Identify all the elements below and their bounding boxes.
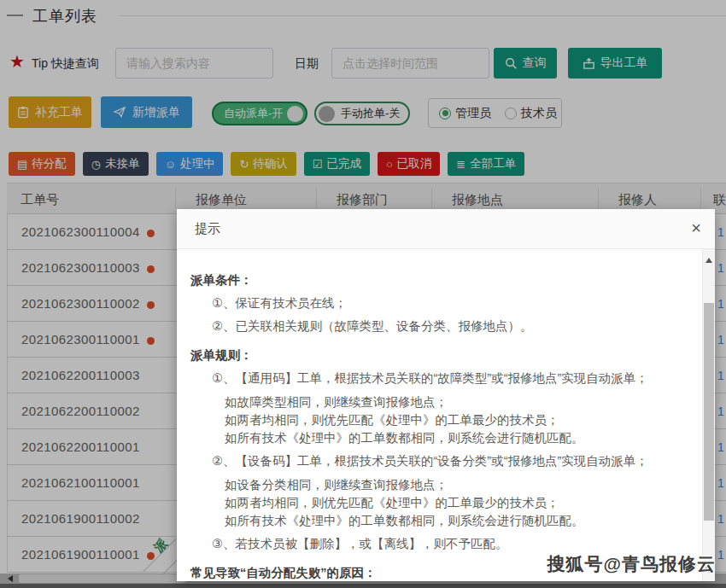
modal-line: 派单条件： <box>190 271 670 288</box>
modal-header: 提示 × <box>177 209 715 249</box>
scroll-up-arrow-icon[interactable] <box>706 254 712 263</box>
modal-scrollbar-thumb[interactable] <box>704 303 714 521</box>
modal-line: 如所有技术《处理中》的工单数都相同，则系统会进行随机匹配。 <box>225 512 670 529</box>
dispatch-rules-modal: 提示 × 派单条件：①、保证有技术员在线；②、已关联相关规则（故障类型、设备分类… <box>177 209 715 581</box>
modal-line: 派单规则： <box>190 346 670 364</box>
modal-body: 派单条件：①、保证有技术员在线；②、已关联相关规则（故障类型、设备分类、报修地点… <box>177 249 715 581</box>
modal-line: 如两者均相同，则优先匹配《处理中》的工单最少的技术员； <box>225 494 670 511</box>
watermark: 搜狐号@青鸟报修云 <box>547 552 716 576</box>
modal-content: 派单条件：①、保证有技术员在线；②、已关联相关规则（故障类型、设备分类、报修地点… <box>177 249 715 581</box>
modal-line: ①、【通用码】工单，根据技术员关联的“故障类型”或“报修地点”实现自动派单； <box>212 370 670 387</box>
close-icon[interactable]: × <box>691 219 701 236</box>
modal-scrollbar[interactable] <box>702 249 715 581</box>
modal-line: ②、已关联相关规则（故障类型、设备分类、报修地点）。 <box>212 317 670 335</box>
modal-line: 如故障类型相同，则继续查询报修地点； <box>225 393 670 410</box>
modal-line: ①、保证有技术员在线； <box>212 294 670 311</box>
modal-title: 提示 <box>195 221 220 237</box>
modal-line: 如两者均相同，则优先匹配《处理中》的工单最少的技术员； <box>225 411 670 428</box>
modal-line: ②、【设备码】工单，根据技术员关联的“设备分类”或“报修地点”实现自动派单； <box>212 452 670 469</box>
work-order-page: 工单列表 ★ Tip 快捷查询 日期 查询 导出工单 补充工单 <box>0 0 726 588</box>
modal-line: ③、若技术员被【删除】，或【离线】，则不予匹配。 <box>212 535 670 552</box>
modal-line: 如设备分类相同，则继续查询报修地点； <box>225 476 670 493</box>
modal-line: 如所有技术《处理中》的工单数都相同，则系统会进行随机匹配。 <box>225 429 670 446</box>
